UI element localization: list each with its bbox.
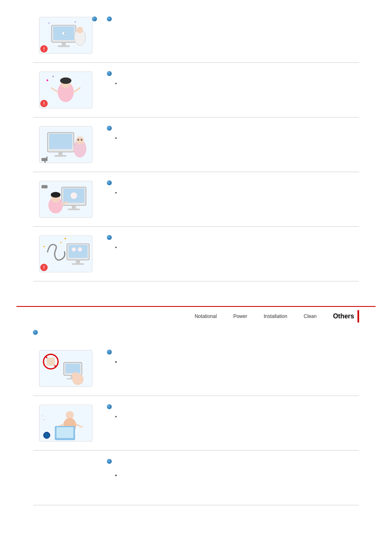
section-content-5 — [99, 233, 359, 244]
section-bullet-1 — [107, 16, 112, 21]
nav-accent-bar — [357, 310, 359, 322]
svg-rect-26 — [42, 185, 48, 189]
section-bullet-3 — [107, 126, 112, 131]
others-intro — [33, 330, 359, 335]
svg-rect-31 — [68, 209, 80, 210]
section-bullet-4 — [107, 180, 112, 185]
svg-point-29 — [71, 192, 77, 199]
nav-item-power[interactable]: Power — [233, 313, 247, 319]
svg-rect-30 — [72, 205, 76, 209]
svg-text:✦: ✦ — [64, 237, 67, 241]
section-content-1 — [99, 15, 359, 25]
section-content-3 — [99, 124, 359, 135]
svg-point-24 — [81, 139, 82, 140]
svg-rect-40 — [69, 245, 88, 258]
illustration-none — [33, 457, 99, 498]
others-section-1 — [33, 341, 359, 396]
svg-rect-44 — [72, 263, 84, 265]
section-indicator-1 — [92, 16, 97, 21]
section-content-os3 — [99, 457, 359, 472]
section-content-os1 — [99, 348, 359, 359]
section-bullet-2 — [107, 71, 112, 76]
section-content-4 — [99, 179, 359, 189]
nav-item-clean[interactable]: Clean — [304, 313, 316, 319]
warning-icon-2: ! — [40, 100, 48, 107]
svg-point-62 — [44, 432, 50, 439]
section-content-os2 — [99, 403, 359, 413]
illustration-no-touch — [33, 348, 99, 389]
others-intro-circle — [33, 330, 38, 335]
nav-item-notational[interactable]: Notational — [195, 313, 217, 319]
svg-text:~: ~ — [43, 417, 45, 422]
illustration-person-monitor — [33, 179, 99, 220]
svg-rect-19 — [58, 152, 62, 155]
svg-text:✦: ✦ — [52, 75, 55, 78]
svg-line-13 — [52, 88, 58, 92]
navigation-bar: Notational Power Installation Clean Othe… — [16, 306, 376, 326]
nav-item-others[interactable]: Others — [333, 313, 354, 320]
others-section-2: ~ ~ — [33, 396, 359, 451]
illustration-moving-monitor: ~ ~ — [33, 403, 99, 444]
nav-item-installation[interactable]: Installation — [264, 313, 287, 319]
illustration-monitor-clean: ✦ ✦ ! — [33, 15, 99, 56]
svg-point-12 — [60, 77, 71, 84]
svg-point-41 — [72, 247, 76, 251]
section-content-2 — [99, 69, 359, 80]
section-bullet-os3 — [107, 459, 112, 464]
section-bullet-os1 — [107, 350, 112, 355]
svg-point-42 — [78, 247, 82, 251]
svg-point-34 — [51, 192, 61, 198]
svg-point-22 — [76, 136, 84, 145]
svg-text:✦: ✦ — [48, 21, 51, 25]
svg-text:✦: ✦ — [43, 245, 46, 249]
svg-rect-25 — [42, 158, 48, 161]
section-bullet-5 — [107, 235, 112, 240]
top-section-3 — [33, 117, 359, 172]
svg-text:✦: ✦ — [60, 241, 62, 244]
svg-text:✦: ✦ — [46, 78, 49, 83]
warning-icon-1: ! — [40, 45, 48, 53]
svg-line-14 — [74, 88, 80, 92]
svg-rect-47 — [47, 357, 55, 366]
illustration-person-clean: ✦ ✦ ! — [33, 69, 99, 111]
illustration-phone-monitor: ✦ ✦ ✦ ! — [33, 233, 99, 274]
top-section-2: ✦ ✦ ! — [33, 63, 359, 117]
section-bullet-os2 — [107, 404, 112, 409]
svg-rect-18 — [49, 134, 72, 149]
svg-point-23 — [78, 139, 79, 140]
svg-rect-59 — [56, 427, 73, 438]
svg-rect-3 — [58, 46, 70, 47]
top-section-1: ✦ ✦ ! — [33, 8, 359, 63]
svg-rect-2 — [62, 42, 66, 46]
top-section-4 — [33, 172, 359, 227]
warning-icon-5: ! — [40, 264, 48, 271]
illustration-monitor-cable — [33, 124, 99, 165]
svg-text:✦: ✦ — [74, 21, 76, 23]
svg-rect-43 — [76, 260, 80, 263]
svg-rect-20 — [54, 155, 67, 157]
top-section-5: ✦ ✦ ✦ ! — [33, 227, 359, 281]
svg-point-5 — [64, 33, 65, 34]
svg-point-53 — [72, 372, 78, 379]
nav-items: Notational Power Installation Clean Othe… — [195, 313, 354, 320]
svg-line-57 — [76, 424, 82, 427]
svg-point-9 — [77, 27, 83, 33]
others-section-3 — [33, 451, 359, 505]
svg-rect-49 — [65, 364, 80, 373]
